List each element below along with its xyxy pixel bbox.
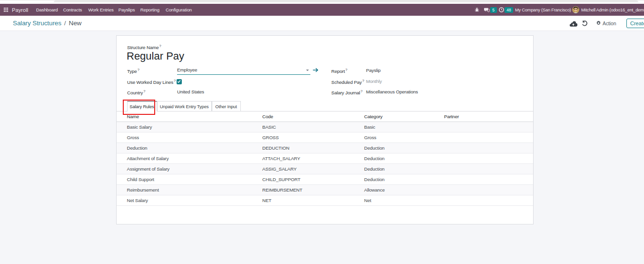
breadcrumb: Salary Structures / New — [13, 16, 81, 30]
breadcrumb-parent-link[interactable]: Salary Structures — [13, 20, 61, 27]
chat-bubbles-icon — [484, 7, 490, 13]
tab-unpaid-work-entry-types[interactable]: Unpaid Work Entry Types — [157, 101, 212, 112]
action-menu[interactable]: Action — [596, 16, 616, 30]
discard-undo-icon[interactable] — [582, 20, 588, 27]
country-value[interactable]: United States — [177, 89, 204, 94]
company-switcher[interactable]: My Company (San Francisco) — [515, 4, 571, 16]
country-label: Country? — [127, 89, 145, 95]
menu-item-dashboard[interactable]: Dashboard — [36, 4, 58, 16]
structure-name-value[interactable]: Regular Pay — [127, 50, 184, 62]
menu-item-contracts[interactable]: Contracts — [63, 4, 82, 16]
user-avatar[interactable] — [572, 4, 579, 16]
table-row[interactable]: Net Salary NET Net — [117, 195, 533, 206]
scheduled-pay-label: Scheduled Pay? — [331, 79, 364, 85]
table-row[interactable]: Assignment of Salary ASSIG_SALARY Deduct… — [117, 164, 533, 174]
salary-journal-value[interactable]: Miscellaneous Operations — [366, 89, 418, 94]
messages-count-badge: 5 — [490, 7, 497, 13]
structure-name-label: Structure Name? — [127, 44, 161, 50]
salary-journal-label: Salary Journal? — [331, 89, 363, 95]
user-menu[interactable]: Mitchell Admin (odoo16_ent_demo — [581, 4, 644, 16]
save-cloud-icon[interactable] — [569, 21, 577, 27]
menu-item-reporting[interactable]: Reporting — [140, 4, 159, 16]
table-body: Basic Salary BASIC Basic Gross GROSS Gro… — [117, 122, 533, 206]
clock-icon — [499, 7, 504, 12]
menu-item-payslips[interactable]: Payslips — [119, 4, 135, 16]
column-header-name[interactable]: Name — [127, 114, 139, 119]
use-worked-day-lines-checkbox[interactable] — [177, 79, 182, 84]
browser-tabstrip — [0, 0, 644, 4]
menu-item-configuration[interactable]: Configuration — [166, 4, 192, 16]
menu-item-work-entries[interactable]: Work Entries — [89, 4, 114, 16]
create-button[interactable]: Create — [626, 19, 644, 28]
use-worked-day-lines-label: Use Worked Day Lines? — [127, 79, 176, 85]
table-row[interactable]: Deduction DEDUCTION Deduction — [117, 143, 533, 153]
table-header: Name Code Category Partner — [117, 112, 533, 122]
help-marker: ? — [159, 44, 161, 48]
activities-button[interactable] — [499, 4, 504, 16]
column-header-partner[interactable]: Partner — [444, 114, 459, 119]
report-value[interactable]: Payslip — [366, 68, 381, 73]
form-view: Structure Name? Regular Pay Type? Employ… — [0, 31, 644, 264]
breadcrumb-separator: / — [64, 20, 66, 27]
table-row[interactable]: Basic Salary BASIC Basic — [117, 122, 533, 132]
control-panel: Salary Structures / New Action Create — [0, 16, 644, 31]
debug-bug-icon[interactable] — [475, 4, 479, 16]
table-row[interactable]: Reimbursement REIMBURSEMENT Allowance — [117, 185, 533, 195]
app-name[interactable]: Payroll — [12, 4, 28, 16]
activities-count-badge: 48 — [505, 7, 513, 13]
column-header-category[interactable]: Category — [364, 114, 383, 119]
apps-grid-icon[interactable] — [4, 4, 8, 16]
internal-link-arrow-icon[interactable] — [313, 68, 318, 72]
odoo-payroll-screen: Payroll Dashboard Contracts Work Entries… — [0, 0, 644, 264]
type-field[interactable]: Employee — [177, 65, 310, 75]
type-label: Type? — [127, 68, 139, 74]
table-row[interactable]: Child Support CHILD_SUPPORT Deduction — [117, 174, 533, 185]
action-label: Action — [603, 20, 616, 26]
main-navbar: Payroll Dashboard Contracts Work Entries… — [0, 4, 644, 16]
breadcrumb-current: New — [69, 20, 82, 27]
column-header-code[interactable]: Code — [262, 114, 273, 119]
dropdown-caret-icon[interactable] — [306, 70, 309, 71]
form-sheet: Structure Name? Regular Pay Type? Employ… — [116, 35, 534, 224]
report-label: Report? — [331, 68, 347, 74]
tab-salary-rules[interactable]: Salary Rules — [127, 101, 157, 112]
gear-icon — [596, 20, 601, 26]
table-row[interactable]: Attachment of Salary ATTACH_SALARY Deduc… — [117, 153, 533, 164]
table-row[interactable]: Gross GROSS Gross — [117, 132, 533, 143]
notebook-tabs: Salary Rules Unpaid Work Entry Types Oth… — [117, 101, 533, 112]
scheduled-pay-value[interactable]: Monthly — [366, 79, 382, 84]
tab-other-input[interactable]: Other Input — [212, 101, 241, 112]
salary-rules-table: Name Code Category Partner Basic Salary … — [117, 112, 533, 206]
messages-button[interactable] — [484, 4, 490, 16]
browser-tab-shape — [54, 0, 638, 2]
